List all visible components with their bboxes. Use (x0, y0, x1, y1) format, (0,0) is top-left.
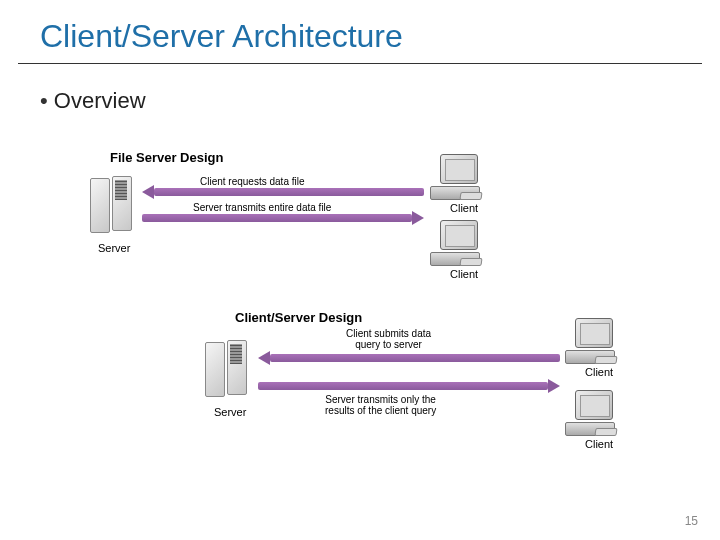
client-label: Client (585, 438, 613, 450)
server-icon (205, 340, 251, 400)
arrow-query (270, 354, 560, 362)
arrow-query-text: Client submits data query to server (346, 328, 431, 350)
server-label: Server (98, 242, 130, 254)
server-label: Server (214, 406, 246, 418)
arrow-transmit (142, 214, 412, 222)
arrow-request (154, 188, 424, 196)
section-title-client-server: Client/Server Design (235, 310, 362, 325)
client-label: Client (450, 268, 478, 280)
arrow-head-icon (142, 185, 154, 199)
arrow-head-icon (258, 351, 270, 365)
arrow-request-text: Client requests data file (200, 176, 305, 187)
client-label: Client (450, 202, 478, 214)
arrow-results-text: Server transmits only the results of the… (325, 394, 436, 416)
page-number: 15 (685, 514, 698, 528)
server-icon (90, 176, 136, 236)
architecture-diagram: File Server Design Server Client Client … (90, 150, 650, 500)
arrow-head-icon (548, 379, 560, 393)
bullet-overview: Overview (0, 64, 720, 114)
client-label: Client (585, 366, 613, 378)
client-icon (565, 390, 625, 440)
client-icon (430, 154, 490, 204)
arrow-head-icon (412, 211, 424, 225)
section-title-file-server: File Server Design (110, 150, 223, 165)
client-icon (430, 220, 490, 270)
client-icon (565, 318, 625, 368)
arrow-results (258, 382, 548, 390)
arrow-transmit-text: Server transmits entire data file (193, 202, 331, 213)
slide-title: Client/Server Architecture (18, 0, 702, 64)
